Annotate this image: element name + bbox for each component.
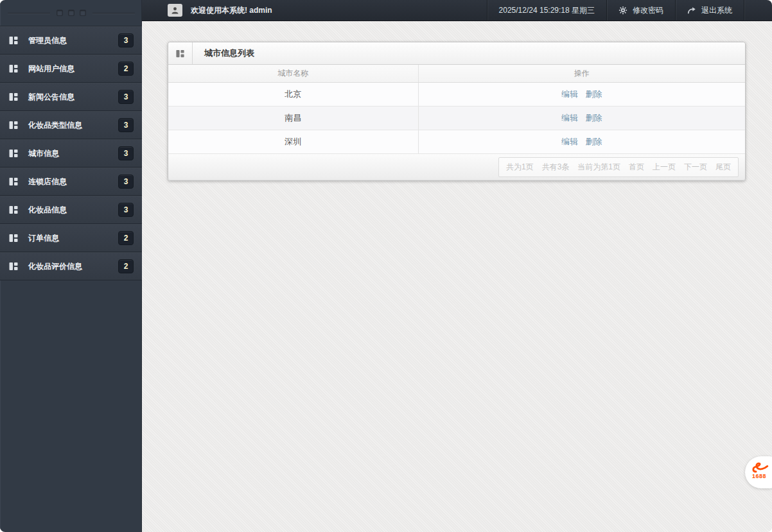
grid-icon xyxy=(8,64,19,74)
sidebar-item-news[interactable]: 新闻公告信息 3 xyxy=(0,83,142,111)
decorative-dots xyxy=(57,10,86,16)
pagination-bar: 共为1页 共有3条 当前为第1页 首页 上一页 下一页 尾页 xyxy=(498,157,739,177)
sidebar-item-label: 化妆品信息 xyxy=(28,205,118,216)
sidebar-item-admin-info[interactable]: 管理员信息 3 xyxy=(0,26,142,55)
edit-link[interactable]: 编辑 xyxy=(561,113,578,123)
actions-cell: 编辑 删除 xyxy=(418,82,745,106)
topbar-spacer xyxy=(744,0,772,21)
count-badge: 3 xyxy=(118,118,134,132)
change-password-button[interactable]: 修改密码 xyxy=(606,0,675,21)
sidebar-item-label: 化妆品评价信息 xyxy=(28,261,118,272)
table-row: 深圳 编辑 删除 xyxy=(168,130,745,153)
dot xyxy=(68,10,75,16)
count-badge: 3 xyxy=(118,33,134,47)
panel-title: 城市信息列表 xyxy=(193,42,254,64)
panel-icon-box xyxy=(168,42,193,64)
column-header-actions: 操作 xyxy=(418,65,745,82)
actions-cell: 编辑 删除 xyxy=(418,106,745,130)
pagination-total-pages: 共为1页 xyxy=(506,162,534,173)
topbar-actions: 2025/12/24 15:29:18 星期三 修改密码 退出系统 xyxy=(487,0,772,21)
1688-logo-text: 1688 xyxy=(752,473,772,479)
grid-icon xyxy=(8,233,19,243)
table-header-row: 城市名称 操作 xyxy=(168,65,745,82)
sidebar-item-reviews[interactable]: 化妆品评价信息 2 xyxy=(0,252,142,280)
sidebar-item-cities[interactable]: 城市信息 3 xyxy=(0,139,142,167)
main-content: 城市信息列表 城市名称 操作 北京 编辑 删除 xyxy=(142,21,772,532)
sidebar-menu: 管理员信息 3 网站用户信息 2 新闻公告信息 3 化妆品类型信息 3 城市信息 xyxy=(0,26,142,280)
sidebar-item-site-users[interactable]: 网站用户信息 2 xyxy=(0,55,142,83)
sidebar-item-label: 网站用户信息 xyxy=(28,64,118,74)
grid-icon xyxy=(8,148,19,159)
actions-cell: 编辑 删除 xyxy=(418,130,745,153)
logout-label: 退出系统 xyxy=(701,5,732,16)
datetime-text: 2025/12/24 15:29:18 星期三 xyxy=(499,5,595,16)
pagination-next-link[interactable]: 下一页 xyxy=(684,162,707,173)
1688-logo-icon xyxy=(751,460,769,474)
change-password-label: 修改密码 xyxy=(633,5,663,16)
city-table: 城市名称 操作 北京 编辑 删除 南昌 编 xyxy=(168,65,745,154)
pagination-first-link[interactable]: 首页 xyxy=(629,162,644,173)
topbar-welcome-area: 欢迎使用本系统! admin xyxy=(142,0,487,21)
city-name-cell: 北京 xyxy=(168,82,418,106)
pagination-total-records: 共有3条 xyxy=(542,162,570,173)
avatar xyxy=(168,4,182,17)
sidebar-item-cosmetic-types[interactable]: 化妆品类型信息 3 xyxy=(0,111,142,139)
grid-icon xyxy=(8,261,19,271)
logout-arrow-icon xyxy=(687,6,696,15)
edit-link[interactable]: 编辑 xyxy=(561,89,578,99)
count-badge: 3 xyxy=(118,90,134,104)
sidebar-item-label: 新闻公告信息 xyxy=(28,92,118,103)
gear-icon xyxy=(618,6,627,15)
count-badge: 2 xyxy=(118,62,134,76)
grid-icon xyxy=(8,120,19,130)
dot xyxy=(80,10,86,16)
dot xyxy=(57,10,63,16)
sidebar: 管理员信息 3 网站用户信息 2 新闻公告信息 3 化妆品类型信息 3 城市信息 xyxy=(0,0,142,532)
logout-button[interactable]: 退出系统 xyxy=(675,0,744,21)
pagination-current-page: 当前为第1页 xyxy=(577,162,620,173)
city-name-cell: 南昌 xyxy=(168,106,418,130)
1688-logo-badge[interactable]: 1688 xyxy=(745,456,772,488)
pagination-last-link[interactable]: 尾页 xyxy=(715,162,731,173)
sidebar-item-cosmetics[interactable]: 化妆品信息 3 xyxy=(0,196,142,224)
sidebar-item-label: 城市信息 xyxy=(28,148,118,159)
sidebar-item-orders[interactable]: 订单信息 2 xyxy=(0,224,142,252)
count-badge: 3 xyxy=(118,146,134,160)
panel-footer: 共为1页 共有3条 当前为第1页 首页 上一页 下一页 尾页 xyxy=(168,154,745,180)
panel-header: 城市信息列表 xyxy=(168,42,745,65)
count-badge: 2 xyxy=(118,259,134,273)
decorative-line xyxy=(8,13,50,13)
sidebar-item-label: 订单信息 xyxy=(28,233,118,244)
sidebar-header xyxy=(0,0,142,26)
count-badge: 3 xyxy=(118,175,134,189)
delete-link[interactable]: 删除 xyxy=(586,89,602,99)
welcome-text: 欢迎使用本系统! admin xyxy=(191,5,272,16)
decorative-line xyxy=(92,13,135,13)
table-row: 南昌 编辑 删除 xyxy=(168,106,745,130)
city-list-panel: 城市信息列表 城市名称 操作 北京 编辑 删除 xyxy=(168,42,746,181)
count-badge: 2 xyxy=(118,231,134,245)
datetime-display: 2025/12/24 15:29:18 星期三 xyxy=(487,0,606,21)
topbar: 欢迎使用本系统! admin 2025/12/24 15:29:18 星期三 修… xyxy=(142,0,772,21)
count-badge: 3 xyxy=(118,203,134,217)
user-icon xyxy=(171,6,179,15)
edit-link[interactable]: 编辑 xyxy=(561,137,578,146)
grid-icon xyxy=(8,35,19,46)
pagination-prev-link[interactable]: 上一页 xyxy=(653,162,676,173)
sidebar-item-label: 管理员信息 xyxy=(28,35,118,46)
table-row: 北京 编辑 删除 xyxy=(168,82,745,106)
app-window: 管理员信息 3 网站用户信息 2 新闻公告信息 3 化妆品类型信息 3 城市信息 xyxy=(0,0,772,532)
grid-icon xyxy=(8,92,19,102)
delete-link[interactable]: 删除 xyxy=(586,137,602,146)
sidebar-item-label: 连锁店信息 xyxy=(28,176,118,187)
delete-link[interactable]: 删除 xyxy=(586,113,602,123)
sidebar-item-label: 化妆品类型信息 xyxy=(28,120,118,131)
city-name-cell: 深圳 xyxy=(168,130,418,153)
sidebar-item-stores[interactable]: 连锁店信息 3 xyxy=(0,167,142,196)
grid-icon xyxy=(8,176,19,187)
grid-icon xyxy=(8,205,19,215)
grid-icon xyxy=(175,49,185,58)
column-header-city: 城市名称 xyxy=(168,65,418,82)
